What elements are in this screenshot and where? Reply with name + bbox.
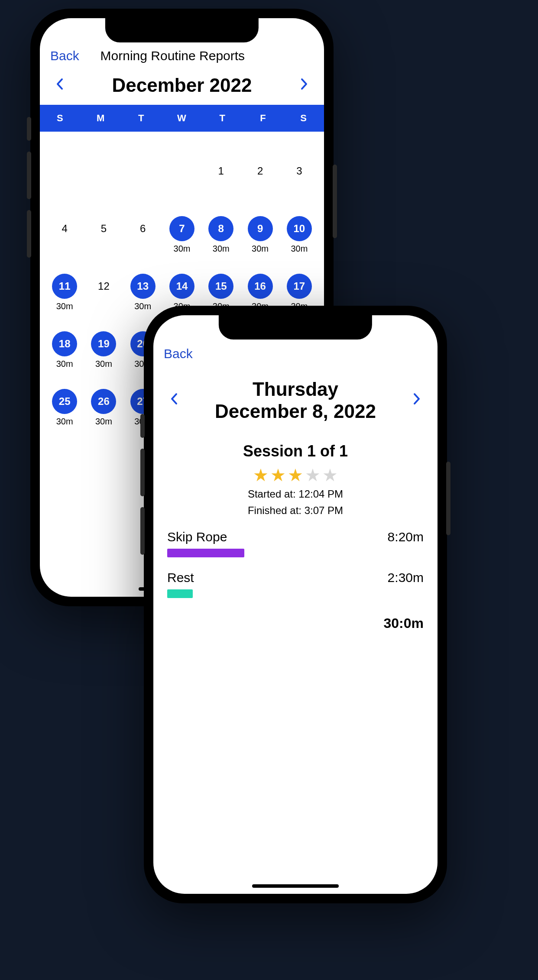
calendar-day[interactable]: 2530m — [45, 389, 84, 427]
calendar-day-number: 25 — [52, 389, 77, 414]
star-icon[interactable]: ★ — [322, 466, 338, 484]
phone-side-button — [27, 210, 31, 258]
calendar-day[interactable]: 2630m — [84, 389, 123, 427]
rating-stars[interactable]: ★★★★★ — [153, 466, 438, 484]
date-full: December 8, 2022 — [188, 401, 403, 423]
activity-duration: 2:30m — [388, 570, 424, 585]
calendar-day[interactable]: 730m — [162, 216, 201, 254]
day-of-week-header: S M T W T F S — [40, 105, 324, 132]
calendar-day-duration: 30m — [95, 417, 112, 427]
finished-at-label: Finished at: 3:07 PM — [153, 505, 438, 517]
activity-bar — [167, 589, 193, 598]
calendar-day-number: 10 — [287, 216, 312, 241]
calendar-day[interactable]: 12 — [84, 274, 123, 311]
calendar-day-duration: 30m — [134, 301, 151, 311]
nav-title: Morning Routine Reports — [65, 49, 280, 63]
phone-side-button — [140, 414, 145, 438]
activity-row: Rest2:30m — [167, 570, 424, 598]
dow-cell: S — [40, 113, 81, 124]
prev-month-button[interactable] — [51, 77, 68, 94]
calendar-day-number: 13 — [130, 274, 156, 299]
calendar-day-duration: 30m — [56, 417, 73, 427]
phone-side-button — [140, 507, 145, 555]
calendar-day-duration: 30m — [56, 359, 73, 369]
chevron-left-icon — [169, 392, 179, 405]
started-at-label: Started at: 12:04 PM — [153, 488, 438, 500]
calendar-day-number: 1 — [208, 158, 233, 184]
calendar-day[interactable]: 1930m — [84, 331, 123, 369]
next-day-button[interactable] — [408, 392, 425, 409]
calendar-day[interactable]: 6 — [123, 216, 162, 254]
calendar-day[interactable]: 2 — [240, 158, 279, 196]
calendar-day-duration: 30m — [56, 301, 73, 311]
calendar-day[interactable]: 1030m — [280, 216, 319, 254]
calendar-empty-cell — [123, 158, 162, 196]
calendar-day-duration: 30m — [174, 244, 191, 254]
calendar-day-number — [52, 158, 77, 184]
star-icon[interactable]: ★ — [288, 466, 303, 484]
activity-name: Rest — [167, 570, 194, 585]
calendar-day[interactable]: 1 — [201, 158, 240, 196]
star-icon[interactable]: ★ — [305, 466, 321, 484]
session-title: Session 1 of 1 — [153, 442, 438, 460]
dow-cell: M — [81, 113, 121, 124]
prev-day-button[interactable] — [165, 392, 183, 409]
dow-cell: T — [121, 113, 162, 124]
calendar-day-number: 3 — [287, 158, 312, 184]
activity-row: Skip Rope8:20m — [167, 530, 424, 557]
calendar-day[interactable]: 930m — [240, 216, 279, 254]
calendar-day[interactable]: 4 — [45, 216, 84, 254]
calendar-day[interactable]: 1330m — [123, 274, 162, 311]
calendar-empty-cell — [45, 158, 84, 196]
dow-cell: T — [202, 113, 243, 124]
calendar-day[interactable]: 3 — [280, 158, 319, 196]
calendar-day-duration: 30m — [252, 244, 269, 254]
total-duration-value: 30:0m — [384, 615, 424, 631]
calendar-day-number: 4 — [52, 216, 77, 241]
dow-cell: S — [283, 113, 324, 124]
star-icon[interactable]: ★ — [270, 466, 286, 484]
dow-cell: W — [162, 113, 202, 124]
calendar-empty-cell — [84, 158, 123, 196]
chevron-left-icon — [55, 78, 65, 91]
calendar-day-number: 15 — [208, 274, 233, 299]
total-duration: 30:0m — [153, 611, 438, 631]
home-indicator[interactable] — [252, 884, 339, 888]
chevron-right-icon — [299, 78, 309, 91]
phone-side-button — [333, 165, 337, 238]
phone-side-button — [446, 462, 450, 535]
calendar-day-number: 6 — [130, 216, 156, 241]
calendar-day[interactable]: 830m — [201, 216, 240, 254]
activity-duration: 8:20m — [388, 530, 424, 544]
phone-notch — [219, 315, 372, 340]
calendar-day-number: 2 — [248, 158, 273, 184]
back-button[interactable]: Back — [164, 346, 427, 361]
calendar-day-number: 16 — [248, 274, 273, 299]
phone-side-button — [27, 117, 31, 141]
next-month-button[interactable] — [295, 77, 313, 94]
activities-list: Skip Rope8:20mRest2:30m — [153, 517, 438, 598]
activity-name: Skip Rope — [167, 530, 227, 544]
dow-cell: F — [243, 113, 284, 124]
calendar-day-number: 5 — [91, 216, 116, 241]
month-picker: December 2022 — [40, 67, 324, 105]
calendar-day-number — [169, 158, 194, 184]
calendar-day[interactable]: 1130m — [45, 274, 84, 311]
calendar-day[interactable]: 5 — [84, 216, 123, 254]
calendar-day-duration: 30m — [95, 359, 112, 369]
calendar-day-number: 17 — [287, 274, 312, 299]
calendar-day-number: 12 — [91, 274, 116, 299]
calendar-day-number: 8 — [208, 216, 233, 241]
star-icon[interactable]: ★ — [253, 466, 269, 484]
activity-bar — [167, 549, 244, 557]
calendar-day-number: 7 — [169, 216, 194, 241]
chevron-right-icon — [412, 392, 421, 405]
month-title: December 2022 — [68, 74, 295, 96]
phone-side-button — [140, 449, 145, 496]
date-picker: Thursday December 8, 2022 — [153, 365, 438, 427]
calendar-day-number — [130, 158, 156, 184]
calendar-day[interactable]: 1830m — [45, 331, 84, 369]
calendar-day-duration: 30m — [213, 244, 230, 254]
calendar-empty-cell — [162, 158, 201, 196]
calendar-day-number: 14 — [169, 274, 194, 299]
